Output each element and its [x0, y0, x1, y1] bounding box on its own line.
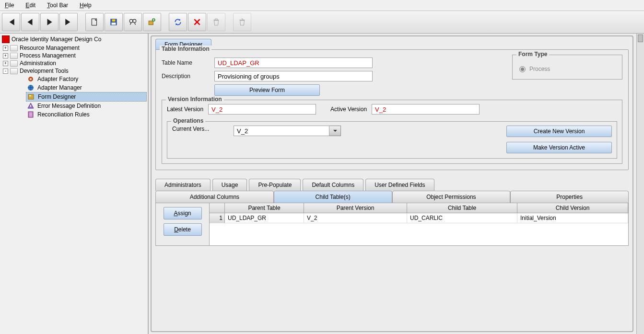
tab-child-tables[interactable]: Child Table(s) [274, 191, 392, 203]
active-version-field[interactable] [372, 104, 480, 115]
tree-leaf-label: Form Designer [38, 93, 76, 100]
tree-root[interactable]: Oracle Identity Manager Design Co [1, 35, 147, 44]
tree-leaf-label: Adapter Factory [37, 76, 78, 82]
create-new-version-button[interactable]: Create New Version [506, 126, 612, 137]
menu-help[interactable]: Help [77, 1, 94, 10]
tree-item-process-mgmt[interactable]: + Process Management [1, 52, 147, 59]
refresh-button[interactable] [169, 13, 187, 31]
groupbox-title-version: Version Information [166, 96, 224, 103]
delete-row-button[interactable]: Delete [164, 223, 202, 236]
notes-button[interactable] [233, 13, 251, 31]
tab-additional-columns[interactable]: Additional Columns [155, 191, 274, 203]
cancel-button[interactable] [188, 13, 206, 31]
last-button[interactable] [59, 13, 78, 31]
folder-icon [10, 60, 18, 67]
current-version-dropdown[interactable] [234, 126, 341, 136]
gear-icon [27, 75, 35, 83]
svg-rect-12 [29, 95, 31, 96]
tree-root-label: Oracle Identity Manager Design Co [12, 36, 101, 43]
cell-child-version: Initial_Version [517, 213, 628, 223]
tree-leaf-error-msg[interactable]: Error Message Definition [26, 102, 147, 110]
save-button[interactable] [105, 13, 123, 31]
new-button[interactable] [85, 13, 104, 31]
button-label: Create New Version [534, 128, 585, 135]
svg-point-9 [30, 78, 32, 80]
folder-icon [10, 45, 18, 51]
tree-item-administration[interactable]: + Administration [1, 59, 147, 67]
tree-leaf-recon-rules[interactable]: Reconciliation Rules [26, 110, 147, 119]
description-label: Description [162, 73, 210, 80]
vertical-scrollbar[interactable] [636, 34, 644, 334]
expand-icon[interactable]: + [3, 53, 8, 58]
col-parent-table[interactable]: Parent Table [225, 203, 304, 213]
formtype-group: Form Type Process [512, 55, 622, 80]
latest-version-field[interactable] [208, 104, 316, 115]
tree-label: Resource Management [20, 45, 80, 51]
menu-toolbar[interactable]: Tool Bar [44, 1, 71, 10]
globe-icon [27, 84, 35, 92]
tree-label: Development Tools [20, 68, 69, 74]
cell-parent-version: V_2 [304, 213, 407, 223]
tree-leaf-adapter-manager[interactable]: Adapter Manager [26, 83, 147, 92]
description-field[interactable] [214, 71, 373, 81]
tree-label: Process Management [20, 52, 76, 59]
tab-user-defined-fields[interactable]: User Defined Fields [365, 179, 434, 191]
tab-properties[interactable]: Properties [510, 191, 629, 203]
assign-button[interactable] [143, 13, 161, 31]
cell-child-table: UD_CARLIC [407, 213, 517, 223]
svg-rect-2 [112, 23, 116, 25]
groupbox-title-tableinfo: Table Information [160, 46, 211, 52]
prev-button[interactable] [21, 13, 39, 31]
search-button[interactable] [124, 13, 142, 31]
delete-toolbar-button[interactable] [207, 13, 225, 31]
tree-leaf-label: Error Message Definition [37, 103, 101, 109]
tab-administrators[interactable]: Administrators [155, 179, 211, 191]
next-button[interactable] [40, 13, 59, 31]
menu-file[interactable]: FFileile [2, 1, 17, 10]
oracle-icon [2, 35, 10, 43]
tab-object-permissions[interactable]: Object Permissions [392, 191, 511, 203]
assign-row-button[interactable]: AAssignssign [164, 207, 202, 219]
svg-rect-11 [28, 94, 34, 99]
make-version-active-button[interactable]: Make Version Active [506, 142, 612, 153]
folder-icon [10, 53, 18, 59]
radio-process[interactable] [519, 66, 526, 72]
button-label: Preview Form [249, 87, 285, 93]
grid-header: Parent Table Parent Version Child Table … [210, 203, 628, 213]
radio-label: Process [529, 66, 550, 72]
child-tables-grid: AAssignssign Delete Parent Table Parent … [155, 203, 629, 246]
tree-leaf-label: Adapter Manager [37, 84, 82, 91]
col-parent-version[interactable]: Parent Version [304, 203, 407, 213]
collapse-icon[interactable]: - [3, 69, 8, 74]
tree-item-devtools[interactable]: - Development Tools [1, 67, 147, 75]
button-label: Make Version Active [533, 144, 585, 151]
current-version-value[interactable] [234, 126, 329, 136]
svg-rect-3 [112, 19, 116, 22]
tree-leaf-adapter-factory[interactable]: Adapter Factory [26, 75, 147, 83]
tab-default-columns[interactable]: Default Columns [303, 179, 363, 191]
tree-leaf-form-designer[interactable]: Form Designer [26, 92, 147, 102]
expand-icon[interactable]: + [3, 61, 8, 66]
first-button[interactable] [2, 13, 20, 31]
svg-point-4 [129, 19, 133, 23]
menu-edit[interactable]: Edit [23, 1, 38, 10]
form-icon [27, 93, 35, 101]
toolbar [0, 11, 644, 34]
col-child-version[interactable]: Child Version [517, 203, 628, 213]
svg-point-5 [133, 19, 136, 23]
col-child-table[interactable]: Child Table [407, 203, 517, 213]
expand-icon[interactable]: + [3, 46, 8, 51]
tree-item-resource-mgmt[interactable]: + Resource Management [1, 44, 147, 52]
svg-rect-6 [149, 21, 153, 25]
tab-usage[interactable]: Usage [212, 179, 247, 191]
tree-leaf-label: Reconciliation Rules [37, 111, 90, 118]
preview-form-button[interactable]: Preview Form [214, 84, 320, 96]
current-version-label: Current Vers... [172, 126, 229, 132]
table-row[interactable]: 1 UD_LDAP_GR V_2 UD_CARLIC Initial_Versi… [210, 213, 628, 223]
tablename-field[interactable] [214, 58, 373, 68]
tab-pre-populate[interactable]: Pre-Populate [249, 179, 301, 191]
chevron-down-icon[interactable] [329, 126, 341, 136]
tree-label: Administration [20, 60, 56, 67]
tree-sidebar: Oracle Identity Manager Design Co + Reso… [0, 34, 149, 334]
menubar: FFileile Edit Tool Bar Help [0, 0, 644, 11]
